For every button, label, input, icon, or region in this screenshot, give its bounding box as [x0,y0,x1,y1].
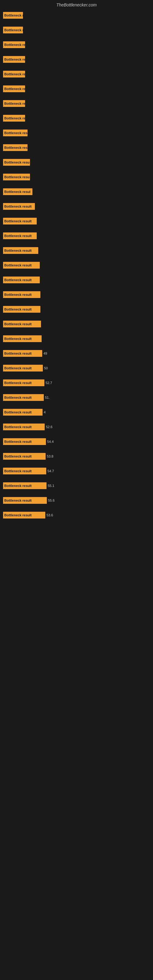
bar-row: Bottleneck result [3,246,150,255]
bar-row: Bottleneck result [3,275,150,284]
bar-row: Bottleneck result54.7 [3,467,150,475]
bar-row: Bottleneck res [3,84,150,93]
bar-row: Bottleneck res [3,40,150,49]
bar-value: 49 [43,352,47,355]
bar-label: Bottleneck result [3,453,46,460]
bar-value: 4 [44,410,46,414]
bar-row: Bottleneck result55.1 [3,481,150,490]
bar-row: Bottleneck result54.4 [3,438,150,446]
bar-value: 52.6 [46,425,52,429]
bar-row: Bottleneck resul [3,188,150,196]
bar-label: Bottleneck result [3,232,37,239]
bar-label: Bottleneck result [3,321,41,328]
bar-value: 54.7 [48,469,54,473]
bar-row: Bottleneck res [3,99,150,108]
bar-row: Bottleneck result [3,334,150,343]
bar-row: Bottleneck res [3,70,150,78]
bar-row: Bottleneck result [3,290,150,299]
bar-row: Bottleneck re [3,26,150,34]
site-title: TheBottlenecker.com [56,2,97,7]
bar-label: Bottleneck result [3,350,42,357]
bar-row: Bottleneck result [3,202,150,211]
bar-label: Bottleneck result [3,218,37,224]
bar-row: Bottleneck result [3,320,150,328]
bar-label: Bottleneck result [3,335,41,342]
bar-value: 55.6 [48,499,54,502]
bar-row: Bottleneck result50 [3,364,150,372]
bar-label: Bottleneck result [3,203,35,210]
bar-row: Bottleneck result51. [3,393,150,402]
bar-label: Bottleneck result [3,497,47,504]
bar-label: Bottleneck resu [3,159,30,166]
bar-label: Bottleneck result [3,306,40,313]
bar-label: Bottleneck res [3,115,25,122]
bar-label: Bottleneck result [3,365,43,371]
bar-row: Bottleneck result [3,232,150,240]
bar-label: Bottleneck result [3,423,45,430]
bar-row: Bottleneck re [3,11,150,20]
bar-row: Bottleneck result [3,217,150,225]
bar-row: Bottleneck result53.8 [3,452,150,461]
bar-label: Bottleneck res [3,130,27,136]
bar-row: Bottleneck res [3,55,150,64]
bar-row: Bottleneck result52.7 [3,379,150,387]
bar-row: Bottleneck result49 [3,349,150,358]
bar-value: 52.7 [46,381,52,385]
bar-row: Bottleneck result4 [3,408,150,417]
bar-label: Bottleneck res [3,71,25,78]
bar-label: Bottleneck resu [3,173,30,180]
bar-row: Bottleneck result55.6 [3,496,150,505]
bar-label: Bottleneck re [3,27,23,33]
bar-value: 53.6 [46,513,53,517]
bar-label: Bottleneck result [3,379,45,386]
bar-row: Bottleneck result [3,305,150,313]
bar-label: Bottleneck result [3,277,40,283]
bar-label: Bottleneck res [3,41,25,48]
bar-row: Bottleneck res [3,114,150,123]
bar-row: Bottleneck res [3,129,150,137]
bar-row: Bottleneck result53.6 [3,511,150,519]
bar-label: Bottleneck result [3,482,46,489]
bar-label: Bottleneck result [3,512,45,519]
bar-value: 50 [44,366,48,370]
bar-row: Bottleneck resu [3,158,150,167]
bar-value: 51. [45,396,49,399]
bar-label: Bottleneck result [3,262,40,269]
bar-label: Bottleneck result [3,468,46,474]
bar-label: Bottleneck result [3,409,43,415]
bar-label: Bottleneck res [3,56,25,63]
bar-label: Bottleneck resul [3,188,32,195]
bar-label: Bottleneck result [3,291,40,298]
bar-row: Bottleneck result52.6 [3,423,150,431]
bar-label: Bottleneck result [3,394,44,401]
bar-label: Bottleneck res [3,86,25,92]
bar-row: Bottleneck result [3,261,150,269]
bar-value: 53.8 [47,455,53,458]
bar-row: Bottleneck resu [3,173,150,181]
bar-row: Bottleneck res [3,143,150,152]
bar-value: 54.4 [47,440,54,444]
bar-label: Bottleneck res [3,100,25,107]
site-header: TheBottlenecker.com [0,0,153,10]
bar-label: Bottleneck result [3,438,46,445]
chart-container: Bottleneck reBottleneck reBottleneck res… [0,11,153,525]
bar-value: 55.1 [48,484,54,488]
bar-label: Bottleneck result [3,247,38,254]
bar-label: Bottleneck re [3,12,23,19]
bar-label: Bottleneck res [3,144,27,151]
